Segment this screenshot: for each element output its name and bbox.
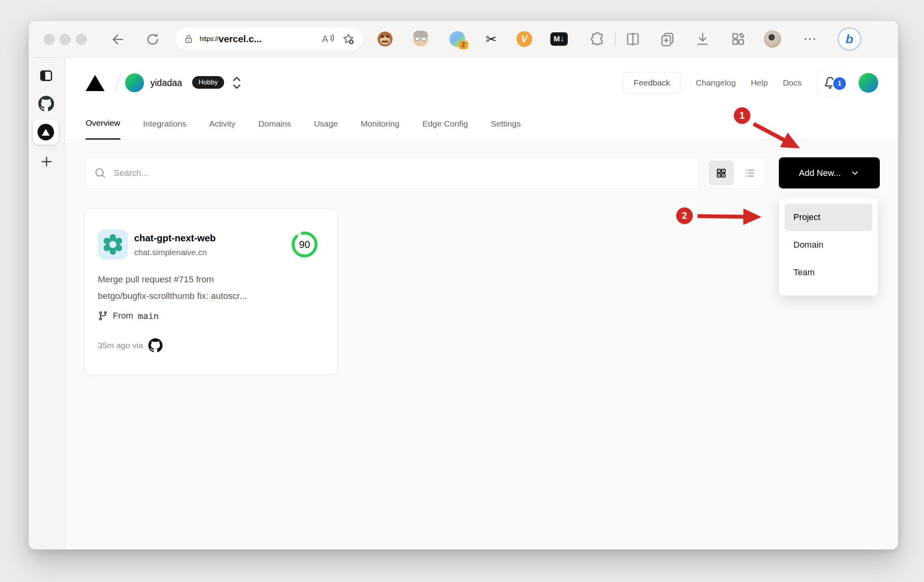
vercel-icon (37, 124, 54, 140)
dropdown-item-project[interactable]: Project (785, 203, 872, 231)
team-name[interactable]: yidadaa (150, 78, 182, 88)
deployment-meta: 35m ago via (98, 338, 163, 353)
read-aloud-icon[interactable]: A (322, 33, 335, 45)
scissors-extension-icon[interactable]: ✂ (483, 30, 500, 48)
zoom-window-button[interactable] (76, 34, 87, 45)
extensions-puzzle-icon[interactable] (589, 31, 605, 47)
add-new-dropdown: Project Domain Team (779, 197, 878, 296)
search-box (85, 157, 699, 188)
tab-domains[interactable]: Domains (258, 108, 291, 140)
plan-badge: Hobby (192, 76, 224, 89)
split-screen-icon[interactable] (625, 31, 641, 47)
sidebar-panel-icon[interactable] (39, 68, 54, 83)
vercel-logo[interactable] (86, 75, 105, 91)
more-menu-icon[interactable]: ⋯ (801, 30, 819, 48)
annotation-step-2: 2 (676, 207, 693, 224)
score-ring: 90 (290, 229, 320, 259)
github-sidebar-icon[interactable] (38, 96, 54, 112)
project-card[interactable]: chat-gpt-next-web chat.simplenaive.cn 90… (85, 209, 337, 375)
tab-usage[interactable]: Usage (314, 108, 338, 140)
url-scheme: https:// (200, 35, 219, 43)
tab-group-count-badge: 2 (458, 41, 468, 49)
list-view-icon (744, 167, 756, 179)
notifications-button[interactable]: 1 (817, 69, 844, 96)
vercel-page: yidadaa Hobby Feedback Changelog Help Do… (65, 57, 898, 549)
project-name[interactable]: chat-gpt-next-web (134, 233, 216, 244)
list-view-button[interactable] (737, 160, 762, 185)
openai-icon (103, 234, 123, 255)
tab-overview[interactable]: Overview (86, 108, 120, 140)
score-value: 90 (290, 229, 320, 259)
dropdown-item-domain[interactable]: Domain (785, 231, 872, 259)
tab-group-extension-icon[interactable]: 2 (449, 30, 466, 48)
github-icon (148, 338, 163, 353)
team-switcher-icon[interactable] (231, 75, 243, 91)
address-bar[interactable]: https://vercel.c... A (175, 27, 363, 51)
svg-text:A: A (322, 34, 328, 45)
user-avatar[interactable] (859, 73, 878, 93)
help-link[interactable]: Help (751, 78, 768, 88)
feedback-button[interactable]: Feedback (623, 72, 681, 93)
v-extension-icon[interactable]: V (516, 30, 533, 48)
tab-integrations[interactable]: Integrations (143, 108, 187, 140)
vercel-header: yidadaa Hobby Feedback Changelog Help Do… (65, 58, 898, 108)
view-toggle (705, 157, 765, 188)
lock-icon (184, 34, 193, 44)
monkey-extension-icon[interactable] (376, 30, 394, 48)
add-new-button[interactable]: Add New... (779, 157, 880, 188)
changelog-link[interactable]: Changelog (696, 78, 736, 88)
search-icon (95, 168, 106, 179)
add-sidebar-item-icon[interactable] (40, 155, 53, 168)
reload-icon[interactable] (146, 32, 160, 47)
commit-message: Merge pull request #715 from betgo/bugfi… (98, 271, 311, 304)
add-favorite-icon[interactable] (342, 33, 355, 45)
project-domain[interactable]: chat.simplenaive.cn (134, 248, 207, 257)
docs-link[interactable]: Docs (783, 78, 802, 88)
branch-name: main (138, 311, 159, 321)
project-icon-tile (98, 229, 128, 259)
annotation-step-1: 1 (734, 107, 750, 124)
close-window-button[interactable] (44, 34, 55, 45)
sidebar-divider (34, 149, 58, 149)
back-icon[interactable] (110, 32, 125, 47)
dropdown-item-team[interactable]: Team (785, 259, 872, 286)
minimize-window-button[interactable] (60, 34, 71, 45)
profile-avatar[interactable] (764, 30, 781, 48)
grid-view-button[interactable] (709, 160, 734, 185)
git-branch-icon (98, 311, 108, 321)
url-host: vercel.c... (219, 34, 262, 45)
search-input[interactable] (113, 168, 689, 179)
vercel-sidebar-tab[interactable] (33, 119, 58, 145)
markdown-extension-icon[interactable]: M↓ (550, 30, 568, 48)
branch-row: From main (98, 311, 159, 321)
tab-activity[interactable]: Activity (209, 108, 236, 140)
browser-window: https://vercel.c... A (28, 21, 898, 550)
downloads-icon[interactable] (695, 31, 711, 47)
vercel-nav-tabs: Overview Integrations Activity Domains U… (65, 108, 898, 140)
person-extension-icon[interactable] (412, 30, 429, 48)
projects-body: Add New... Project Domain Team (65, 140, 898, 549)
apps-edit-icon[interactable] (730, 31, 746, 47)
desktop: https://vercel.c... A (0, 0, 924, 582)
deployed-time: 35m ago via (98, 341, 143, 350)
breadcrumb-slash (114, 73, 122, 93)
browser-toolbar: https://vercel.c... A (29, 21, 898, 57)
branch-prefix: From (113, 311, 133, 321)
tab-monitoring[interactable]: Monitoring (361, 108, 399, 140)
toolbar-divider (615, 32, 615, 46)
chevron-down-icon (850, 168, 860, 178)
tab-settings[interactable]: Settings (491, 108, 521, 140)
tab-edge-config[interactable]: Edge Config (422, 108, 468, 140)
grid-view-icon (715, 167, 727, 179)
browser-sidebar (29, 57, 65, 549)
team-avatar[interactable] (125, 73, 144, 92)
bing-chat-icon[interactable]: b (838, 27, 861, 51)
notification-count-badge: 1 (832, 76, 847, 91)
collections-add-icon[interactable] (660, 31, 675, 47)
